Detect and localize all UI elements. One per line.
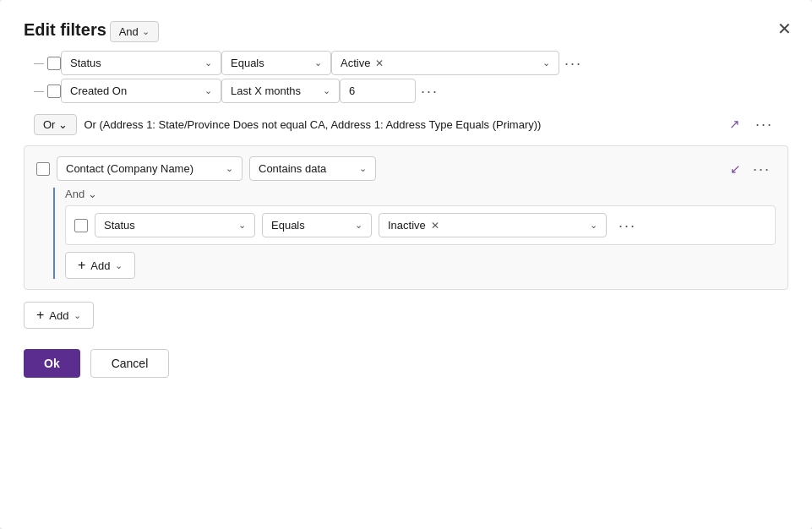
row1-field-select[interactable]: Status ⌄ <box>61 51 221 75</box>
subrow-value-select[interactable]: Inactive ✕ ⌄ <box>379 213 607 237</box>
row1-more-button[interactable]: ··· <box>559 52 587 74</box>
row1-value-text: Active <box>341 57 370 69</box>
row2-operator-chevron: ⌄ <box>323 85 330 96</box>
row2-more-button[interactable]: ··· <box>416 80 444 102</box>
top-and-label: And <box>119 25 139 38</box>
row1-field-label: Status <box>70 57 101 69</box>
or-more-button[interactable]: ··· <box>750 113 778 135</box>
ok-button[interactable]: Ok <box>24 349 80 378</box>
row1-value-chevron: ⌄ <box>542 57 550 68</box>
or-badge-label: Or <box>43 118 55 131</box>
dialog-footer: Ok Cancel <box>24 349 788 378</box>
or-group-text: Or (Address 1: State/Province Does not e… <box>84 118 722 131</box>
row1-value-select[interactable]: Active ✕ ⌄ <box>331 51 559 75</box>
or-badge-chevron: ⌄ <box>58 118 68 131</box>
subgroup-field-label: Contact (Company Name) <box>66 162 193 175</box>
subrow-field-label: Status <box>104 219 135 232</box>
bottom-add-plus: + <box>36 308 44 323</box>
bottom-add-button[interactable]: + Add ⌄ <box>24 302 94 329</box>
close-button[interactable]: ✕ <box>774 17 795 41</box>
sub-add-button[interactable]: + Add ⌄ <box>65 252 135 279</box>
sub-and-text: And <box>65 188 84 200</box>
subrow-value-text: Inactive <box>388 219 426 232</box>
subrow-operator-label: Equals <box>271 219 305 232</box>
cancel-button[interactable]: Cancel <box>90 349 170 378</box>
dialog-title: Edit filters <box>24 20 106 39</box>
row2-operator-label: Last X months <box>231 85 301 97</box>
subrow-remove-tag[interactable]: ✕ <box>431 220 439 232</box>
sub-add-chevron: ⌄ <box>115 260 123 271</box>
top-and-chevron: ⌄ <box>142 26 150 37</box>
row2-field-chevron: ⌄ <box>204 85 212 96</box>
or-group-row: Or ⌄ Or (Address 1: State/Province Does … <box>24 106 788 142</box>
bottom-add-label: Add <box>49 309 68 322</box>
sub-filter-row: Status ⌄ Equals ⌄ Inactive ✕ ⌄ <box>65 205 776 245</box>
row1-value-tag: Active ✕ <box>341 57 384 69</box>
subrow-field-select[interactable]: Status ⌄ <box>95 213 255 237</box>
subgroup-checkbox[interactable] <box>36 162 50 176</box>
row2-operator-select[interactable]: Last X months ⌄ <box>221 79 340 103</box>
subgroup-collapse-icon[interactable]: ↙ <box>730 161 741 177</box>
subgroup-more-button[interactable]: ··· <box>748 158 776 180</box>
or-expand-icon[interactable]: ↗ <box>729 117 740 132</box>
row2-num-input[interactable] <box>340 79 416 103</box>
top-and-dropdown[interactable]: And ⌄ <box>110 21 159 42</box>
row2-field-select[interactable]: Created On ⌄ <box>61 79 221 103</box>
subgroup-operator-label: Contains data <box>259 162 326 175</box>
subrow-operator-select[interactable]: Equals ⌄ <box>262 213 372 237</box>
sub-filter-area: And ⌄ Status ⌄ Equals ⌄ <box>53 188 776 279</box>
sub-add-label: Add <box>90 259 110 272</box>
subrow-checkbox[interactable] <box>74 219 88 232</box>
row1-operator-label: Equals <box>231 57 264 69</box>
subrow-operator-chevron: ⌄ <box>355 220 362 231</box>
subrow-more-button[interactable]: ··· <box>613 215 641 237</box>
filters-area: Status ⌄ Equals ⌄ Active ✕ ⌄ ··· Created… <box>24 51 788 290</box>
subgroup-field-select[interactable]: Contact (Company Name) ⌄ <box>57 156 243 181</box>
edit-filters-dialog: Edit filters ✕ And ⌄ Status ⌄ Equals ⌄ A… <box>0 0 812 529</box>
or-badge[interactable]: Or ⌄ <box>34 114 77 135</box>
row1-operator-chevron: ⌄ <box>314 57 322 68</box>
row1-operator-select[interactable]: Equals ⌄ <box>221 51 331 75</box>
subgroup-field-chevron: ⌄ <box>226 163 233 174</box>
sub-group-header: Contact (Company Name) ⌄ Contains data ⌄… <box>36 156 776 181</box>
subrow-value-chevron: ⌄ <box>590 220 597 231</box>
row2-checkbox[interactable] <box>47 85 61 98</box>
row1-field-chevron: ⌄ <box>204 57 212 68</box>
subgroup-operator-select[interactable]: Contains data ⌄ <box>249 156 376 181</box>
sub-and-label[interactable]: And ⌄ <box>65 188 776 200</box>
row1-remove-tag[interactable]: ✕ <box>375 57 384 69</box>
bottom-add-chevron: ⌄ <box>74 310 81 321</box>
subrow-field-chevron: ⌄ <box>238 220 246 231</box>
sub-add-plus: + <box>78 258 85 273</box>
sub-and-chevron: ⌄ <box>88 188 97 200</box>
filter-row-2: Created On ⌄ Last X months ⌄ ··· <box>34 79 788 103</box>
subrow-value-tag: Inactive ✕ <box>388 219 439 232</box>
subgroup-operator-chevron: ⌄ <box>359 163 367 174</box>
sub-group: Contact (Company Name) ⌄ Contains data ⌄… <box>24 145 788 290</box>
row2-field-label: Created On <box>70 85 127 97</box>
filter-row-1: Status ⌄ Equals ⌄ Active ✕ ⌄ ··· <box>34 51 788 75</box>
row1-checkbox[interactable] <box>47 57 61 70</box>
